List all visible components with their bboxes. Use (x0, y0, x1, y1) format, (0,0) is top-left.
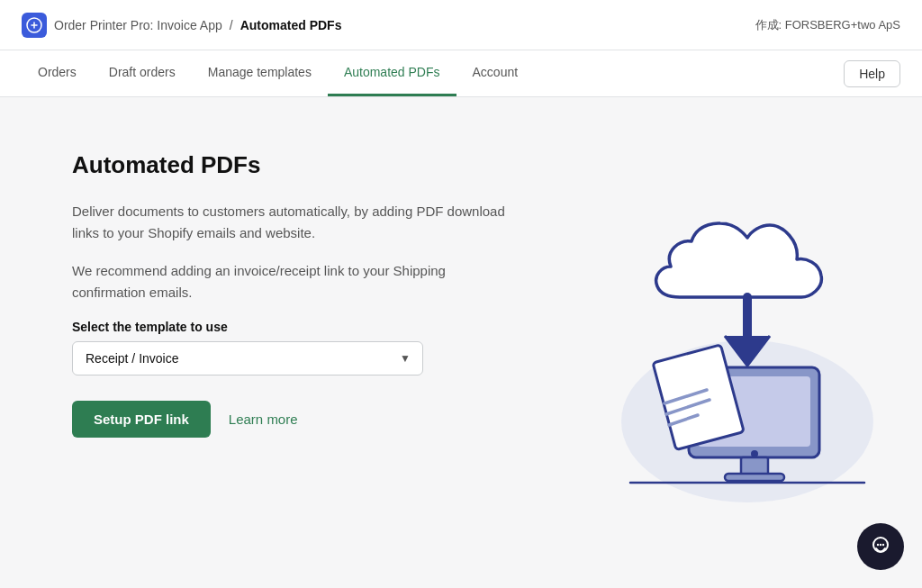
automated-pdfs-illustration (558, 169, 900, 511)
nav-item-automated-pdfs[interactable]: Automated PDFs (328, 50, 456, 96)
page-title: Automated PDFs (72, 151, 522, 179)
svg-point-15 (880, 544, 881, 546)
creator-info: 作成: FORSBERG+two ApS (755, 17, 900, 33)
nav-item-manage-templates[interactable]: Manage templates (192, 50, 328, 96)
svg-point-16 (882, 544, 884, 546)
select-label: Select the template to use (72, 320, 522, 334)
breadcrumb-separator: / (230, 18, 233, 32)
nav-item-account[interactable]: Account (456, 50, 535, 96)
help-button[interactable]: Help (844, 60, 900, 87)
nav-item-orders[interactable]: Orders (22, 50, 93, 96)
description-2: We recommend adding an invoice/receipt l… (72, 260, 522, 303)
nav-bar: Orders Draft orders Manage templates Aut… (0, 50, 922, 97)
svg-point-14 (877, 544, 879, 546)
nav-links: Orders Draft orders Manage templates Aut… (22, 50, 534, 96)
template-select-wrapper: Receipt / Invoice ▼ (72, 341, 423, 375)
app-icon (22, 13, 47, 38)
template-select[interactable]: Receipt / Invoice (72, 341, 423, 375)
app-name: Order Printer Pro: Invoice App (54, 18, 222, 32)
current-page: Automated PDFs (240, 18, 342, 32)
learn-more-link[interactable]: Learn more (229, 412, 298, 427)
top-bar: Order Printer Pro: Invoice App / Automat… (0, 0, 922, 50)
description-1: Deliver documents to customers automatic… (72, 201, 522, 244)
setup-pdf-button[interactable]: Setup PDF link (72, 401, 211, 438)
content-right (558, 151, 900, 511)
main-content: Automated PDFs Deliver documents to cust… (0, 97, 922, 547)
svg-point-7 (751, 450, 758, 457)
content-left: Automated PDFs Deliver documents to cust… (72, 151, 522, 438)
nav-item-draft-orders[interactable]: Draft orders (93, 50, 192, 96)
button-row: Setup PDF link Learn more (72, 401, 522, 438)
svg-rect-6 (725, 474, 784, 481)
support-bubble[interactable] (857, 523, 904, 570)
breadcrumb: Order Printer Pro: Invoice App / Automat… (22, 13, 341, 38)
